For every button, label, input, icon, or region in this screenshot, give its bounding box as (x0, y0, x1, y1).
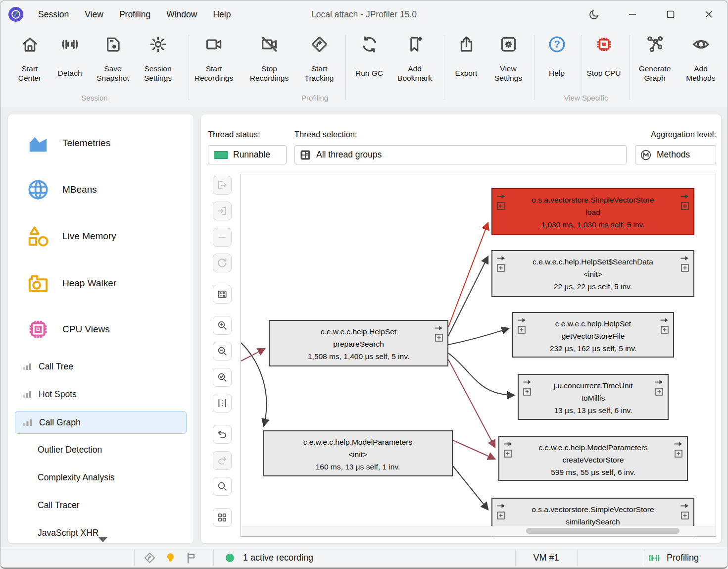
expand-callees-icon[interactable] (655, 388, 663, 396)
cpu-red-icon (595, 31, 613, 57)
node-spacing-button[interactable] (213, 394, 232, 413)
expand-callees-icon[interactable] (681, 512, 689, 519)
expand-callees-icon[interactable] (675, 450, 682, 458)
undo-button[interactable] (213, 425, 232, 444)
refresh-graph-button (213, 254, 232, 272)
outgoing-arrow-icon (660, 317, 669, 323)
expand-callees-icon[interactable] (435, 334, 443, 342)
node-class: c.e.w.e.c.help.HelpSet$SearchData (492, 256, 693, 268)
profiling-mode-text: Profiling (667, 553, 699, 563)
sidebar-item-outlier-detection[interactable]: Outlier Detection (15, 439, 187, 461)
camera-photo-icon (27, 272, 49, 295)
node-stats: 1,508 ms, 1,400 µs self, 5 inv. (270, 350, 447, 362)
graph-node-load[interactable]: o.s.a.vectorstore.SimpleVectorStore load… (491, 188, 694, 235)
sidebar-item-mbeans[interactable]: MBeans (15, 174, 187, 206)
window-title: Local attach - JProfiler 15.0 (311, 0, 417, 28)
expand-callees-icon[interactable] (661, 326, 669, 334)
remove-node-button (213, 228, 232, 247)
horizontal-scrollbar-thumb[interactable] (526, 528, 679, 534)
menu-window[interactable]: Window (158, 9, 205, 20)
expand-callers-icon[interactable] (497, 202, 505, 210)
add-methods-button[interactable]: Add Methods (679, 31, 723, 90)
minimize-button[interactable] (613, 0, 651, 28)
node-details-button[interactable] (213, 285, 232, 304)
view-settings-button[interactable]: View Settings (486, 31, 531, 90)
thread-selection-select[interactable]: All thread groups (294, 145, 627, 164)
sidebar-item-call-tracer[interactable]: Call Tracer (15, 494, 187, 516)
thread-groups-icon (299, 149, 311, 161)
sidebar-item-cpu-views[interactable]: CPU Views (15, 313, 187, 345)
bulb-icon[interactable] (164, 552, 177, 564)
add-bookmark-button[interactable]: Add Bookmark (392, 31, 437, 90)
aggregation-level-select[interactable]: Methods (635, 145, 716, 164)
aggregation-level-label: Aggregation level: (651, 130, 716, 139)
menu-help[interactable]: Help (205, 9, 239, 20)
sidebar-item-telemetries[interactable]: Telemetries (15, 127, 187, 159)
sidebar-item-call-tree[interactable]: Call Tree (15, 356, 187, 377)
vm-label[interactable]: VM #1 (533, 553, 559, 563)
flag-icon[interactable] (185, 552, 197, 565)
sidebar-scroll-down-icon[interactable] (98, 537, 107, 542)
sidebar-item-complexity-analysis[interactable]: Complexity Analysis (15, 466, 187, 488)
session-settings-button[interactable]: Session Settings (136, 31, 180, 90)
sidebar-item-hot-spots[interactable]: Hot Spots (15, 383, 187, 405)
start-recordings-button[interactable]: Start Recordings (189, 31, 239, 90)
sidebar-item-call-graph[interactable]: Call Graph (15, 411, 187, 434)
sidebar-item-label: Telemetries (62, 138, 110, 149)
recycle-icon (360, 31, 379, 57)
export-button[interactable]: Export (446, 31, 486, 90)
toolbar-group-profiling: Profiling (301, 94, 328, 102)
start-center-button[interactable]: Start Center (10, 31, 49, 90)
graph-node-createvectorstore[interactable]: c.e.w.e.c.help.ModelParameters createVec… (498, 436, 688, 481)
menu-profiling[interactable]: Profiling (111, 9, 158, 20)
node-stats: 232 µs, 162 µs self, 5 inv. (513, 342, 673, 355)
node-stats: 160 ms, 13 µs self, 1 inv. (264, 461, 452, 473)
zoom-fit-button[interactable] (213, 368, 232, 387)
stop-cpu-button[interactable]: Stop CPU (584, 31, 624, 90)
node-method: <init> (492, 268, 693, 280)
node-class: c.e.w.e.c.help.ModelParameters (499, 441, 687, 454)
camera-off-icon (260, 31, 279, 57)
stop-recordings-button[interactable]: Stop Recordings (244, 31, 294, 90)
graph-node-getvectorstorefile[interactable]: c.e.w.e.c.help.HelpSet getVectorStoreFil… (512, 312, 674, 358)
dark-mode-moon-icon[interactable] (575, 0, 613, 28)
tracking-milestone-icon[interactable] (143, 551, 156, 565)
start-tracking-button[interactable]: Start Tracking (297, 31, 341, 90)
save-snapshot-button[interactable]: Save Snapshot (91, 31, 135, 90)
run-gc-button[interactable]: Run GC (349, 31, 389, 90)
sidebar-item-heap-walker[interactable]: Heap Walker (15, 267, 187, 299)
expand-callers-icon[interactable] (504, 450, 512, 458)
thread-status-select[interactable]: Runnable (208, 145, 287, 164)
detach-button[interactable]: Detach (50, 31, 90, 90)
close-button[interactable] (689, 0, 728, 28)
expand-callers-icon[interactable] (497, 264, 505, 272)
graph-overview-button[interactable] (213, 508, 232, 527)
menu-session[interactable]: Session (30, 9, 77, 20)
outgoing-arrow-icon (680, 503, 689, 509)
menu-view[interactable]: View (77, 9, 111, 20)
expand-callers-icon[interactable] (523, 388, 531, 396)
maximize-button[interactable] (651, 0, 689, 28)
node-method: createVectorStore (499, 454, 687, 466)
node-class: o.s.a.vectorstore.SimpleVectorStore (492, 194, 693, 206)
profiling-plug-icon (648, 552, 661, 565)
zoom-in-button[interactable] (213, 316, 232, 335)
help-button[interactable]: ? Help (537, 31, 577, 90)
node-stats: 22 µs, 22 µs self, 5 inv. (492, 280, 693, 293)
graph-node-tomillis[interactable]: j.u.concurrent.TimeUnit toMillis 13 µs, … (518, 374, 669, 420)
node-class: c.e.w.e.c.help.HelpSet (270, 325, 447, 338)
call-graph-canvas[interactable]: o.s.a.vectorstore.SimpleVectorStore load… (241, 174, 716, 537)
graph-node-preparesearch[interactable]: c.e.w.e.c.help.HelpSet prepareSearch 1,5… (269, 320, 448, 366)
expand-callers-icon[interactable] (497, 512, 505, 519)
shapes-icon (27, 225, 49, 248)
generate-graph-button[interactable]: Generate Graph (632, 31, 677, 90)
expand-callers-icon[interactable] (518, 326, 526, 334)
toolbar-divider (534, 35, 534, 100)
sidebar-item-live-memory[interactable]: Live Memory (15, 220, 187, 252)
zoom-out-button[interactable] (213, 342, 232, 361)
expand-callees-icon[interactable] (681, 264, 689, 272)
find-button[interactable] (213, 477, 232, 496)
graph-node-modelparameters-init[interactable]: c.e.w.e.c.help.ModelParameters <init> 16… (263, 430, 453, 476)
graph-node-searchdata-init[interactable]: c.e.w.e.c.help.HelpSet$SearchData <init>… (491, 250, 694, 297)
expand-callees-icon[interactable] (681, 202, 689, 210)
